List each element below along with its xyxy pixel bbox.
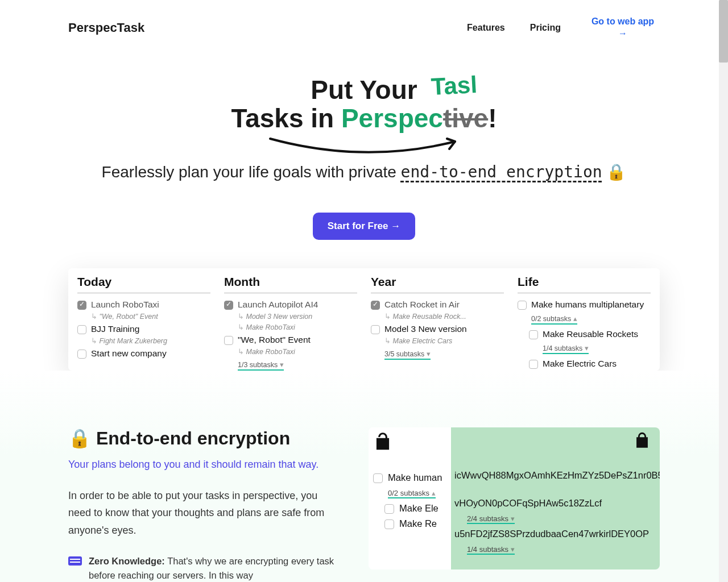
task-label: Make humans multiplanetary	[531, 300, 644, 310]
enc-task: Make Ele	[372, 503, 450, 514]
enc-cipher-label: icWwvQH88MgxOAmhKEzHmZYz5DePsZ1nr0B5mc=	[454, 470, 656, 481]
checkbox-icon[interactable]	[77, 325, 86, 334]
task-breadcrumb: Make Electric Cars	[384, 336, 504, 345]
hero-line1: Put Your	[311, 75, 417, 105]
task-row[interactable]: Make Electric Cars	[518, 359, 651, 369]
task-label: "We, Robot" Event	[238, 335, 311, 345]
enc-task-label: Make Ele	[399, 503, 450, 514]
task-label: Catch Rocket in Air	[384, 300, 460, 310]
feature-text: 🔒 End-to-end encryption Your plans belon…	[68, 427, 334, 582]
feature-heading: 🔒 End-to-end encryption	[68, 427, 334, 449]
kanban-preview: TodayLaunch RoboTaxi"We, Robot" EventBJJ…	[68, 268, 660, 371]
hero-line2a: Tasks in	[231, 103, 341, 133]
checkbox-icon[interactable]	[77, 301, 86, 310]
lock-closed-icon	[454, 431, 656, 455]
brand-logo[interactable]: PerspecTask	[68, 20, 144, 35]
hero-subhead: Fearlessly plan your life goals with pri…	[68, 163, 660, 181]
subtask-count: 0/2 subtasks	[388, 489, 436, 498]
task-breadcrumb: Make Reusable Rock...	[384, 312, 504, 321]
checkbox-icon[interactable]	[529, 330, 538, 339]
nav-features[interactable]: Features	[467, 23, 505, 33]
kanban-column: MonthLaunch Autopilot AI4Model 3 New ver…	[220, 273, 362, 366]
enc-cipher-label: u5nFD2jfZS8SPrzdudbaaCen47wrkirlDEY0OP	[454, 529, 656, 539]
checkbox-icon	[373, 473, 383, 483]
storage-icon	[68, 556, 82, 566]
column-title: Life	[518, 275, 651, 289]
task-row[interactable]: BJJ Training	[77, 324, 210, 334]
task-label: Make Reusable Rockets	[543, 329, 638, 339]
feature-bullet: Zero Knowledge: That's why we are encryp…	[68, 554, 334, 582]
checkbox-icon	[384, 519, 394, 529]
scrollbar-thumb[interactable]	[719, 0, 728, 63]
feature-body: In order to be able to put your tasks in…	[68, 487, 334, 539]
enc-task: Make Re	[372, 518, 450, 529]
encryption-section: 🔒 End-to-end encryption Your plans belon…	[0, 371, 728, 582]
feature-tagline: Your plans belong to you and it should r…	[68, 457, 334, 472]
task-row[interactable]: "We, Robot" Event	[224, 335, 357, 345]
subtask-count[interactable]: 1/4 subtasks	[543, 344, 589, 354]
checkbox-icon[interactable]	[77, 350, 86, 359]
task-row[interactable]: Catch Rocket in Air	[371, 300, 504, 310]
subtask-count[interactable]: 3/5 subtasks	[384, 350, 431, 360]
unlock-icon	[372, 431, 450, 458]
checkbox-icon[interactable]	[529, 360, 538, 369]
header: PerspecTask Features Pricing Go to web a…	[68, 0, 660, 56]
hero-typed-overlay: Tasl	[430, 72, 477, 100]
lock-icon: 🔒	[602, 163, 627, 181]
checkbox-icon[interactable]	[371, 301, 380, 310]
subhead-text: Fearlessly plan your life goals with pri…	[102, 163, 401, 181]
task-breadcrumb: Model 3 New version	[238, 312, 357, 321]
task-breadcrumb: Make RoboTaxi	[238, 347, 357, 356]
subtask-count[interactable]: 0/2 subtasks	[531, 314, 577, 325]
enc-task: Make human	[372, 472, 450, 483]
enc-cipher-task: icWwvQH88MgxOAmhKEzHmZYz5DePsZ1nr0B5mc=	[454, 470, 656, 481]
kanban-column: TodayLaunch RoboTaxi"We, Robot" EventBJJ…	[73, 273, 215, 366]
task-label: BJJ Training	[91, 324, 139, 334]
task-row[interactable]: Launch Autopilot AI4	[224, 300, 357, 310]
checkbox-icon[interactable]	[224, 336, 233, 345]
bullet-strong: Zero Knowledge:	[89, 556, 165, 566]
column-title: Year	[371, 275, 504, 289]
task-breadcrumb: "We, Robot" Event	[91, 312, 210, 321]
encryption-illustration: Make human0/2 subtasksMake EleMake Re ic…	[369, 427, 660, 569]
task-breadcrumb: Make RoboTaxi	[238, 323, 357, 331]
enc-cipher-label: vHOyON0pCOFqSpHAw5c18ZzLcf	[454, 498, 656, 509]
enc-cipher-task: vHOyON0pCOFqSpHAw5c18ZzLcf	[454, 498, 656, 509]
checkbox-icon[interactable]	[224, 301, 233, 310]
task-row[interactable]: Model 3 New version	[371, 324, 504, 334]
subhead-e2e[interactable]: end-to-end encryption	[401, 163, 602, 181]
hero-section: Put Your Tasks in Perspective! Tasl Fear…	[68, 56, 660, 240]
hero-headline: Put Your Tasks in Perspective! Tasl	[231, 76, 497, 133]
enc-cipher-task: u5nFD2jfZS8SPrzdudbaaCen47wrkirlDEY0OP	[454, 529, 656, 539]
checkbox-icon[interactable]	[371, 325, 380, 334]
enc-task-label: Make Re	[399, 518, 450, 529]
kanban-column: LifeMake humans multiplanetary0/2 subtas…	[513, 273, 655, 366]
nav-webapp[interactable]: Go to web app →	[586, 16, 660, 40]
nav-pricing[interactable]: Pricing	[530, 23, 561, 33]
task-label: Launch RoboTaxi	[91, 300, 159, 310]
task-row[interactable]: Start new company	[77, 348, 210, 359]
enc-task-label: Make human	[388, 472, 450, 483]
start-free-button[interactable]: Start for Free →	[313, 213, 415, 240]
task-label: Make Electric Cars	[543, 359, 617, 369]
column-title: Today	[77, 275, 210, 289]
checkbox-icon[interactable]	[518, 301, 527, 310]
checkbox-icon	[384, 504, 394, 514]
subtask-count[interactable]: 1/3 subtasks	[238, 360, 284, 371]
kanban-column: YearCatch Rocket in AirMake Reusable Roc…	[366, 273, 508, 366]
scrollbar[interactable]	[719, 0, 728, 582]
hero-line2c: tive	[443, 103, 488, 133]
hero-line2d: !	[488, 103, 497, 133]
task-row[interactable]: Launch RoboTaxi	[77, 300, 210, 310]
subtask-count: 1/4 subtasks	[467, 545, 515, 555]
column-title: Month	[224, 275, 357, 289]
task-label: Start new company	[91, 348, 167, 359]
task-row[interactable]: Make Reusable Rockets	[518, 329, 651, 339]
task-row[interactable]: Make humans multiplanetary	[518, 300, 651, 310]
main-nav: Features Pricing Go to web app →	[467, 16, 660, 40]
task-breadcrumb: Fight Mark Zukerberg	[91, 336, 210, 345]
arrow-icon	[262, 133, 466, 156]
subtask-count: 2/4 subtasks	[467, 514, 515, 524]
task-label: Launch Autopilot AI4	[238, 300, 318, 310]
hero-line2b: Perspec	[341, 103, 443, 133]
